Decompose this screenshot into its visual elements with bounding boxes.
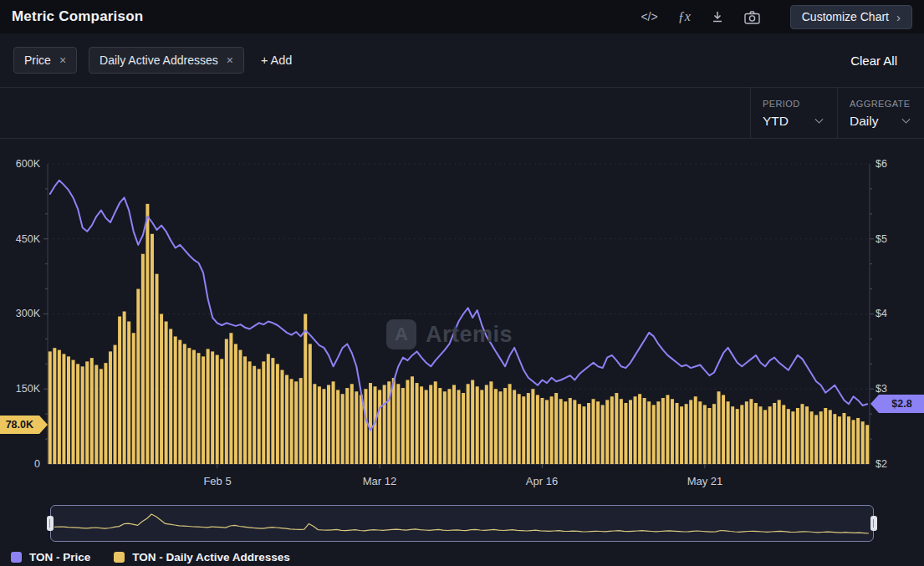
y-right-tick: $4	[876, 307, 887, 320]
arrow-right-icon	[39, 416, 48, 434]
chevron-down-icon	[815, 115, 824, 123]
y-right-tick: $5	[876, 232, 887, 246]
page-title: Metric Comparison	[12, 8, 143, 25]
customize-chart-label: Customize Chart	[802, 10, 889, 23]
y-right-tick: $6	[876, 157, 887, 171]
chart-range-navigator[interactable]	[50, 505, 874, 542]
addresses-current-value: 78.0K	[0, 416, 39, 434]
legend-label: TON - Daily Active Addresses	[132, 551, 290, 563]
period-label: PERIOD	[763, 99, 822, 109]
period-dropdown[interactable]: PERIOD YTD	[750, 88, 837, 138]
arrow-left-icon	[870, 395, 879, 413]
legend-label: TON - Price	[29, 551, 90, 563]
top-bar-actions: </> ƒx Customize Chart ›	[641, 5, 912, 29]
customize-chart-button[interactable]: Customize Chart ›	[790, 5, 912, 29]
chevron-down-icon	[902, 115, 911, 123]
navigator-right-handle[interactable]	[870, 516, 877, 531]
combo-chart-canvas[interactable]	[0, 139, 924, 500]
formula-icon[interactable]: ƒx	[678, 10, 691, 23]
daily-active-addresses-swatch-icon	[114, 552, 125, 563]
aggregate-value: Daily	[850, 114, 878, 129]
period-value: YTD	[763, 114, 789, 129]
right-axis-current-value-marker: $2.8	[870, 395, 924, 413]
camera-screenshot-icon[interactable]	[744, 10, 760, 24]
legend-item-daily-active-addresses[interactable]: TON - Daily Active Addresses	[114, 551, 290, 563]
add-metric-button[interactable]: + Add	[261, 54, 293, 67]
chart-legend: TON - Price TON - Daily Active Addresses	[11, 551, 290, 563]
y-left-tick: 600K	[2, 157, 40, 171]
chip-label: Daily Active Addresses	[100, 54, 218, 67]
x-tick: Feb 5	[203, 475, 231, 487]
download-icon[interactable]	[711, 10, 724, 23]
metric-chip-price[interactable]: Price ×	[13, 47, 77, 74]
navigator-mini-chart	[51, 506, 872, 540]
chevron-right-icon: ›	[896, 10, 901, 24]
y-right-tick: $2	[876, 457, 887, 471]
clear-all-button[interactable]: Clear All	[850, 54, 897, 68]
aggregate-label: AGGREGATE	[850, 99, 909, 109]
y-left-tick: 300K	[2, 307, 40, 320]
close-icon[interactable]: ×	[59, 54, 66, 67]
y-left-tick: 0	[2, 457, 40, 471]
aggregate-dropdown[interactable]: AGGREGATE Daily	[837, 88, 924, 138]
chip-label: Price	[24, 54, 51, 67]
embed-code-icon[interactable]: </>	[641, 11, 657, 23]
legend-item-price[interactable]: TON - Price	[11, 551, 90, 563]
top-bar: Metric Comparison </> ƒx Customize Chart…	[0, 0, 924, 33]
left-axis-current-value-marker: 78.0K	[0, 416, 48, 434]
metric-chips-row: Price × Daily Active Addresses × + Add C…	[0, 33, 924, 87]
y-left-tick: 150K	[2, 382, 40, 395]
navigator-left-handle[interactable]	[47, 516, 54, 531]
x-tick: Mar 12	[363, 475, 396, 487]
price-swatch-icon	[11, 552, 22, 563]
y-right-tick: $3	[876, 382, 887, 395]
price-current-value: $2.8	[879, 395, 924, 413]
chart-controls-row: PERIOD YTD AGGREGATE Daily	[0, 87, 924, 139]
y-left-tick: 450K	[2, 232, 40, 246]
chart-plot-area[interactable]: 600K 450K 300K 150K 0 $6 $5 $4 $3 $2 Feb…	[0, 139, 924, 500]
x-tick: May 21	[687, 475, 723, 487]
metric-chip-daily-active-addresses[interactable]: Daily Active Addresses ×	[89, 47, 244, 74]
x-tick: Apr 16	[526, 475, 558, 487]
close-icon[interactable]: ×	[227, 54, 233, 67]
